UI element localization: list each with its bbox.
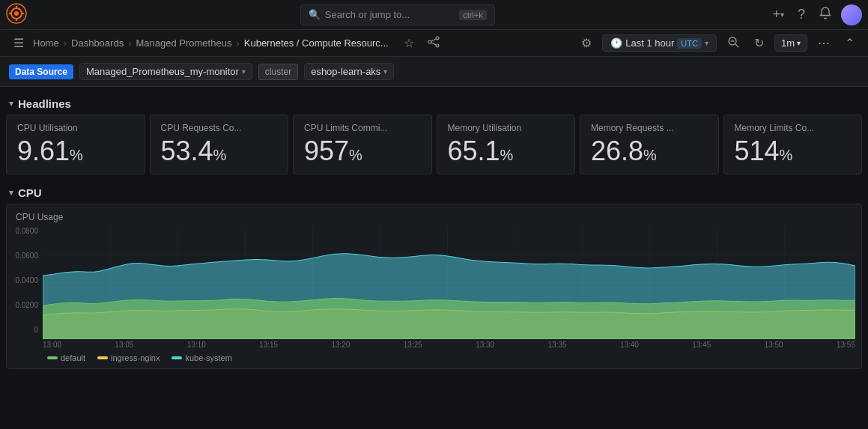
datasource-label: Data Source xyxy=(9,64,73,79)
more-menu-button[interactable]: ⋯ xyxy=(813,34,834,52)
breadcrumb-dashboards[interactable]: Dashboards xyxy=(71,37,124,49)
headlines-section-label: Headlines xyxy=(18,97,71,110)
metric-card-1: CPU Requests Co... 53.4% xyxy=(150,115,289,174)
grafana-logo xyxy=(6,3,27,26)
x-label-1350: 13:50 xyxy=(765,341,783,349)
y-label-0400: 0.0400 xyxy=(15,276,38,285)
x-label-1355: 13:55 xyxy=(837,341,855,349)
star-icon: ☆ xyxy=(404,37,414,49)
collapse-button[interactable]: ⌃ xyxy=(840,34,859,52)
add-button[interactable]: + ▾ xyxy=(768,4,789,25)
metric-title-4: Memory Requests ... xyxy=(591,123,708,133)
dashboard-settings-button[interactable]: ⚙ xyxy=(577,34,596,52)
metric-card-5: Memory Limits Co... 514% xyxy=(723,115,863,174)
bell-icon xyxy=(819,6,832,23)
clock-icon: 🕐 xyxy=(610,37,622,49)
legend-ingress: ingress-nginx xyxy=(97,353,160,362)
svg-line-11 xyxy=(431,43,436,45)
breadcrumb-bar: ☰ Home › Dashboards › Managed Prometheus… xyxy=(0,30,868,57)
dashboard-content: ▾ Headlines CPU Utilisation 9.61% CPU Re… xyxy=(0,87,868,375)
zoom-out-button[interactable] xyxy=(723,34,744,52)
x-label-1330: 13:30 xyxy=(476,341,494,349)
refresh-button[interactable]: ↻ xyxy=(750,34,768,52)
bell-button[interactable] xyxy=(814,3,837,26)
metric-value-4: 26.8% xyxy=(591,136,708,166)
x-label-1320: 13:20 xyxy=(331,341,350,349)
x-label-1325: 13:25 xyxy=(404,341,422,349)
add-icon: + xyxy=(772,7,780,22)
metric-card-0: CPU Utilisation 9.61% xyxy=(6,115,145,174)
breadcrumb-home[interactable]: Home xyxy=(33,37,59,49)
interval-chevron: ▾ xyxy=(797,39,801,47)
svg-point-6 xyxy=(14,11,19,16)
refresh-icon: ↻ xyxy=(754,37,764,49)
legend-dot-default xyxy=(47,356,58,359)
x-label-1310: 13:10 xyxy=(187,341,206,349)
time-range-button[interactable]: 🕐 Last 1 hour UTC ▾ xyxy=(602,34,717,52)
x-label-1340: 13:40 xyxy=(620,341,639,349)
legend-dot-kube xyxy=(172,356,182,359)
cluster-select[interactable]: eshop-learn-aks ▾ xyxy=(304,63,394,80)
metric-value-0: 9.61% xyxy=(17,136,134,166)
breadcrumb-sep-1: › xyxy=(64,37,67,49)
cpu-chart-svg xyxy=(43,227,855,339)
datasource-select[interactable]: Managed_Prometheus_my-monitor ▾ xyxy=(79,63,252,80)
interval-button[interactable]: 1m ▾ xyxy=(774,34,807,52)
interval-label: 1m xyxy=(781,37,795,49)
metric-value-1: 53.4% xyxy=(161,136,278,166)
zoom-out-icon xyxy=(727,37,739,50)
metric-card-2: CPU Limits Commi... 957% xyxy=(293,115,432,174)
legend-label-default: default xyxy=(61,353,85,362)
cluster-chevron: ▾ xyxy=(383,67,387,76)
y-label-0600: 0.0600 xyxy=(15,252,38,260)
collapse-icon: ⌃ xyxy=(845,37,855,49)
x-label-1305: 13:05 xyxy=(115,341,133,349)
metric-title-3: Memory Utilisation xyxy=(448,123,565,133)
x-label-1315: 13:15 xyxy=(259,341,278,349)
cpu-chart-card: CPU Usage 0.0800 0.0600 0.0400 0.0200 0 xyxy=(6,204,862,369)
global-search[interactable]: 🔍 Search or jump to... ctrl+k xyxy=(300,4,495,25)
share-button[interactable] xyxy=(423,34,444,52)
breadcrumb-managed-prometheus[interactable]: Managed Prometheus xyxy=(136,37,231,49)
metrics-grid: CPU Utilisation 9.61% CPU Requests Co...… xyxy=(6,115,862,174)
hamburger-icon: ☰ xyxy=(13,37,24,49)
utc-badge: UTC xyxy=(677,38,702,49)
metric-title-2: CPU Limits Commi... xyxy=(304,123,421,133)
metric-value-5: 514% xyxy=(735,136,852,166)
breadcrumb-sep-3: › xyxy=(236,37,239,49)
settings-icon: ⚙ xyxy=(581,37,592,49)
chart-legend: default ingress-nginx kube-system xyxy=(13,349,855,364)
metric-value-3: 65.1% xyxy=(448,136,565,166)
cluster-tag: cluster xyxy=(258,64,298,80)
x-label-1345: 13:45 xyxy=(692,341,711,349)
filter-bar: Data Source Managed_Prometheus_my-monito… xyxy=(0,57,868,87)
add-chevron: ▾ xyxy=(780,10,784,19)
svg-point-8 xyxy=(428,40,431,43)
headlines-section-header[interactable]: ▾ Headlines xyxy=(6,93,862,115)
y-label-0200: 0.0200 xyxy=(15,301,38,309)
cpu-collapse-icon: ▾ xyxy=(9,188,13,198)
avatar[interactable] xyxy=(841,4,862,25)
x-axis-labels: 13:00 13:05 13:10 13:15 13:20 13:25 13:3… xyxy=(43,339,855,349)
cpu-section-header[interactable]: ▾ CPU xyxy=(6,182,862,204)
metric-card-4: Memory Requests ... 26.8% xyxy=(580,115,719,174)
bc-right-controls: ⚙ 🕐 Last 1 hour UTC ▾ ↻ 1m ▾ ⋯ xyxy=(577,34,859,52)
time-chevron: ▾ xyxy=(705,39,708,47)
search-icon: 🔍 xyxy=(309,9,321,20)
breadcrumb-sep-2: › xyxy=(128,37,131,49)
cpu-chart-title: CPU Usage xyxy=(13,212,855,222)
search-placeholder: Search or jump to... xyxy=(325,9,410,20)
legend-label-ingress: ingress-nginx xyxy=(111,353,160,362)
y-label-0: 0 xyxy=(34,326,38,334)
help-button[interactable]: ? xyxy=(793,4,810,25)
svg-point-7 xyxy=(436,37,439,40)
star-button[interactable]: ☆ xyxy=(399,34,419,52)
time-range-label: Last 1 hour xyxy=(625,37,674,49)
datasource-value: Managed_Prometheus_my-monitor xyxy=(86,66,239,77)
svg-line-13 xyxy=(735,44,738,47)
x-label-1335: 13:35 xyxy=(548,341,567,349)
help-icon: ? xyxy=(798,7,805,22)
search-kbd: ctrl+k xyxy=(459,10,487,20)
cpu-section-label: CPU xyxy=(18,186,42,199)
hamburger-menu[interactable]: ☰ xyxy=(9,34,28,52)
